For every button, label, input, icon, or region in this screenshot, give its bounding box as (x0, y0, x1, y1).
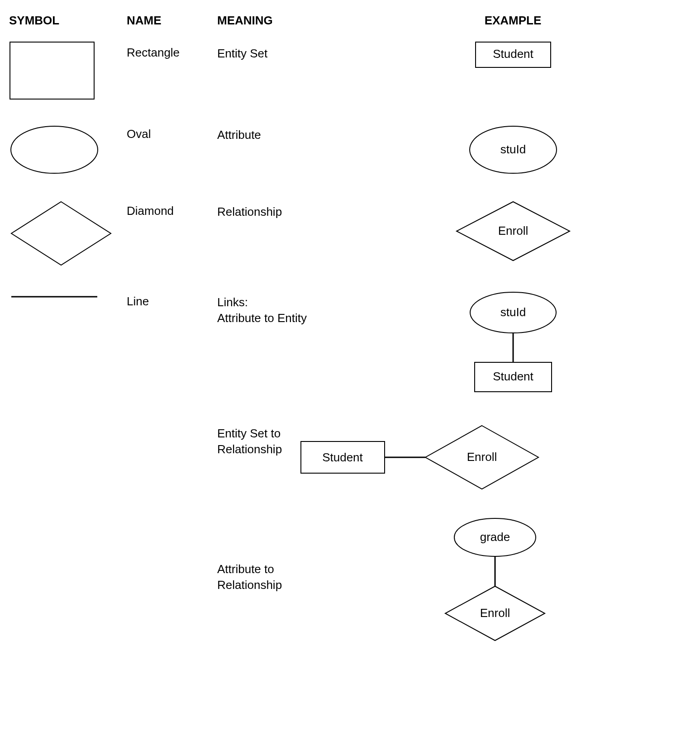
example-attribute-to-relationship: grade Enroll (299, 516, 691, 643)
row-rectangle: Rectangle Entity Set Student (9, 41, 691, 100)
symbol-oval (9, 123, 127, 177)
example-links-attr-entity: stuId Student (335, 290, 691, 399)
row-attribute-to-relationship: Attribute to Relationship grade Enroll (9, 516, 691, 643)
meaning-entity-to-relationship: Entity Set to Relationship (217, 421, 299, 457)
name-empty-2 (127, 516, 217, 521)
svg-point-3 (11, 126, 98, 173)
name-line: Line (127, 290, 217, 308)
svg-text:Enroll: Enroll (467, 450, 497, 464)
example-entity-set: Student (335, 41, 691, 68)
meaning-entity-set: Entity Set (217, 41, 335, 62)
symbol-diamond (9, 199, 127, 267)
example-attribute: stuId (335, 123, 691, 177)
name-empty-1 (127, 421, 217, 426)
svg-text:stuId: stuId (500, 305, 525, 319)
header-name: NAME (127, 14, 217, 28)
meaning-attribute-to-relationship: Attribute to Relationship (217, 516, 299, 593)
row-diamond: Diamond Relationship Enroll (9, 199, 691, 267)
svg-text:Enroll: Enroll (498, 224, 528, 237)
example-entity-to-relationship: Student Enroll (299, 421, 691, 494)
example-relationship: Enroll (335, 199, 691, 263)
row-entity-to-relationship: Entity Set to Relationship Student Enrol… (9, 421, 691, 494)
name-oval: Oval (127, 123, 217, 141)
svg-text:Student: Student (493, 47, 533, 61)
name-rectangle: Rectangle (127, 41, 217, 60)
meaning-links-attr-entity: Links: Attribute to Entity (217, 290, 335, 326)
row-line: Line Links: Attribute to Entity stuId St… (9, 290, 691, 399)
svg-text:Enroll: Enroll (480, 606, 510, 620)
meaning-attribute: Attribute (217, 123, 335, 143)
header-row: SYMBOL NAME MEANING EXAMPLE (9, 14, 691, 28)
svg-text:grade: grade (480, 530, 510, 544)
svg-text:stuId: stuId (500, 142, 525, 156)
header-meaning: MEANING (217, 14, 335, 28)
header-example: EXAMPLE (335, 14, 691, 28)
meaning-relationship: Relationship (217, 199, 335, 220)
svg-text:Student: Student (493, 370, 533, 383)
symbol-line (9, 290, 127, 304)
svg-marker-6 (11, 202, 111, 265)
svg-rect-0 (10, 42, 94, 99)
svg-text:Student: Student (322, 451, 363, 464)
header-symbol: SYMBOL (9, 14, 127, 28)
symbol-rectangle (9, 41, 127, 100)
name-diamond: Diamond (127, 199, 217, 218)
row-oval: Oval Attribute stuId (9, 123, 691, 177)
